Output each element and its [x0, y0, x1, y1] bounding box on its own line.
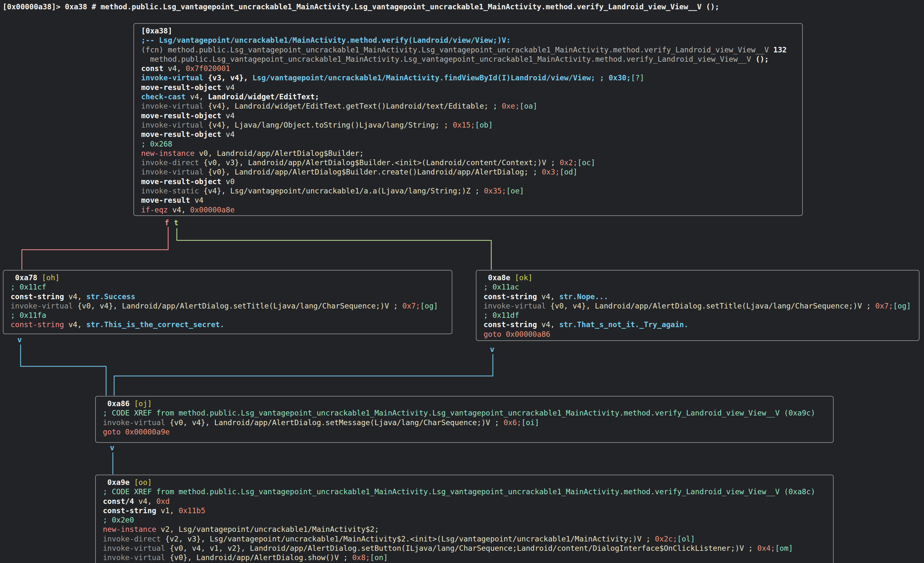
- asm-line: method.public.Lsg_vantagepoint_uncrackab…: [141, 55, 802, 64]
- asm-line: new-instance v0, Landroid/app/AlertDialo…: [141, 149, 802, 158]
- asm-line: invoke-virtual {v0}, Landroid/app/AlertD…: [103, 553, 833, 562]
- asm-line: ; 0x2e0: [103, 515, 833, 525]
- graph-canvas: [0xa38];-- Lsg/vantagepoint/uncrackable1…: [0, 0, 924, 563]
- asm-line: 0xa9e [oo]: [103, 478, 833, 487]
- asm-line: const v4, 0x7f020001: [141, 64, 802, 73]
- asm-line: invoke-virtual {v0, v4}, Landroid/app/Al…: [103, 418, 833, 427]
- edge-label-v: v: [490, 345, 495, 353]
- edge-true-0xa38-0xa8e: [177, 228, 491, 270]
- asm-line: invoke-direct {v0, v3}, Landroid/app/Ale…: [141, 158, 802, 168]
- asm-line: move-result v4: [141, 196, 802, 205]
- asm-line: ; CODE XREF from method.public.Lsg_vanta…: [103, 487, 833, 497]
- asm-line: move-result-object v4: [141, 83, 802, 92]
- asm-line: ; 0x11ac: [483, 283, 919, 292]
- asm-line: move-result-object v4: [141, 111, 802, 120]
- asm-line: ;-- Lsg/vantagepoint/uncrackable1/MainAc…: [141, 36, 802, 45]
- asm-line: const-string v4, str.Nope...: [483, 292, 919, 301]
- basic-block-0xa86[interactable]: 0xa86 [oj]; CODE XREF from method.public…: [95, 396, 834, 443]
- asm-line: ; 0x11cf: [10, 283, 452, 292]
- asm-line: move-result-object v0: [141, 177, 802, 186]
- asm-line: const-string v1, 0x11b5: [103, 506, 833, 515]
- edge-label-v: v: [17, 335, 22, 344]
- asm-line: ; CODE XREF from method.public.Lsg_vanta…: [103, 409, 833, 418]
- asm-line: const-string v4, str.Success: [10, 292, 452, 301]
- asm-line: const-string v4, str.That_s_not_it._Try_…: [483, 320, 919, 329]
- asm-line: if-eqz v4, 0x00000a8e: [141, 205, 802, 215]
- edge-0xa78-0xa86: [21, 344, 106, 395]
- asm-line: invoke-virtual {v4}, Ljava/lang/Object.t…: [141, 120, 802, 130]
- edge-false-0xa38-0xa78: [22, 227, 168, 270]
- asm-line: [0xa38]: [141, 26, 802, 36]
- asm-line: invoke-direct {v2, v3}, Lsg/vantagepoint…: [103, 535, 833, 544]
- asm-line: const-string v4, str.This_is_the_correct…: [10, 320, 452, 329]
- edge-label-v: v: [110, 443, 114, 452]
- asm-line: 0xa8e [ok]: [483, 273, 919, 283]
- edge-0xa8e-0xa86: [114, 354, 493, 395]
- edge-label-t: t: [174, 219, 178, 227]
- asm-line: goto 0x00000a9e: [103, 427, 833, 437]
- asm-line: new-instance v2, Lsg/vantagepoint/uncrac…: [103, 525, 833, 534]
- asm-line: invoke-virtual {v0, v4}, Landroid/app/Al…: [10, 301, 452, 311]
- asm-line: const/4 v4, 0xd: [103, 497, 833, 506]
- asm-line: invoke-virtual {v4}, Landroid/widget/Edi…: [141, 102, 802, 111]
- asm-line: move-result-object v4: [141, 130, 802, 139]
- basic-block-0xa9e[interactable]: 0xa9e [oo]; CODE XREF from method.public…: [95, 475, 834, 563]
- asm-line: invoke-virtual {v0, v4}, Landroid/app/Al…: [483, 301, 919, 311]
- basic-block-0xa78[interactable]: 0xa78 [oh]; 0x11cfconst-string v4, str.S…: [3, 270, 452, 334]
- basic-block-0xa8e[interactable]: 0xa8e [ok]; 0x11acconst-string v4, str.N…: [476, 270, 920, 341]
- asm-line: (fcn) method.public.Lsg_vantagepoint_unc…: [141, 45, 802, 55]
- asm-line: goto 0x00000a86: [483, 330, 919, 339]
- asm-line: check-cast v4, Landroid/widget/EditText;: [141, 92, 802, 102]
- asm-line: ; 0x11df: [483, 311, 919, 320]
- asm-line: invoke-virtual {v0, v4, v1, v2}, Landroi…: [103, 544, 833, 553]
- asm-line: 0xa78 [oh]: [10, 273, 452, 283]
- edge-label-f: f: [165, 219, 169, 227]
- asm-line: ; 0x268: [141, 139, 802, 149]
- asm-line: invoke-virtual {v0}, Landroid/app/AlertD…: [141, 168, 802, 177]
- asm-line: ; 0x11fa: [10, 311, 452, 320]
- asm-line: invoke-static {v4}, Lsg/vantagepoint/unc…: [141, 186, 802, 196]
- asm-line: 0xa86 [oj]: [103, 399, 833, 409]
- basic-block-0xa38[interactable]: [0xa38];-- Lsg/vantagepoint/uncrackable1…: [134, 23, 803, 216]
- asm-line: invoke-virtual {v3, v4}, Lsg/vantagepoin…: [141, 73, 802, 82]
